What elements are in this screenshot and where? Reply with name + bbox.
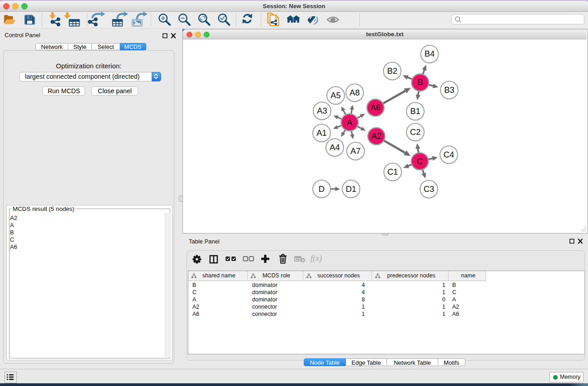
svg-text:A8: A8	[349, 88, 360, 97]
svg-text:C1: C1	[387, 167, 398, 176]
svg-text:A1: A1	[316, 128, 327, 138]
svg-text:B4: B4	[424, 49, 435, 58]
svg-text:A3: A3	[317, 106, 327, 115]
svg-text:C3: C3	[423, 184, 434, 194]
svg-text:B3: B3	[444, 85, 454, 95]
svg-text:A6: A6	[370, 103, 381, 112]
svg-text:A5: A5	[330, 91, 341, 100]
svg-text:B1: B1	[410, 106, 421, 116]
svg-text:A7: A7	[350, 146, 361, 156]
svg-text:A4: A4	[330, 143, 340, 152]
svg-text:B: B	[417, 77, 423, 87]
svg-text:D: D	[318, 184, 324, 194]
svg-text:A: A	[347, 118, 353, 127]
svg-text:C4: C4	[443, 150, 454, 159]
svg-text:B2: B2	[387, 66, 397, 76]
svg-text:C2: C2	[410, 127, 421, 137]
svg-text:C: C	[416, 157, 422, 166]
svg-text:D1: D1	[345, 184, 356, 194]
svg-text:A2: A2	[371, 131, 382, 141]
